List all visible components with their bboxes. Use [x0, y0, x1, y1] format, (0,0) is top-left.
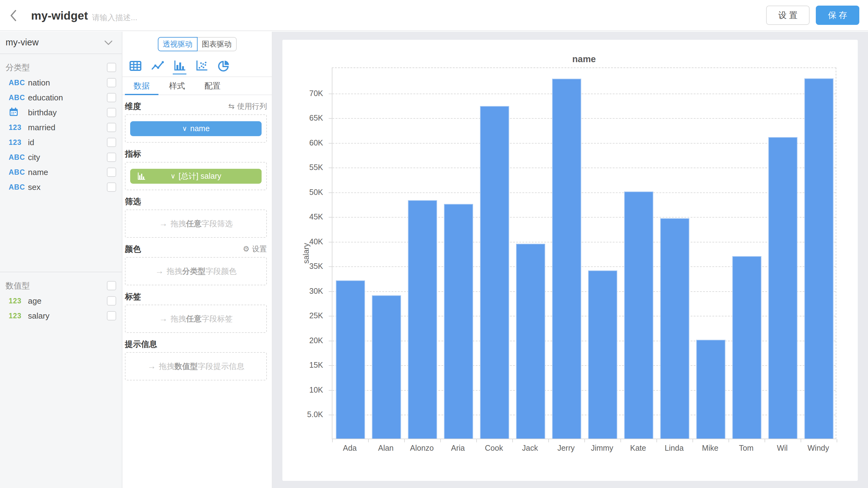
x-axis-tick	[440, 439, 441, 442]
field-checkbox[interactable]	[107, 153, 116, 162]
x-axis-tick	[512, 439, 513, 442]
y-tick-label: 10K	[309, 385, 323, 394]
dimension-pill[interactable]: ∨ name	[130, 121, 261, 136]
bar-Cook[interactable]	[480, 106, 509, 438]
metric-dropzone[interactable]: ∨ [总计] salary	[125, 162, 267, 190]
y-axis-tick	[329, 291, 332, 292]
x-axis-tick	[476, 439, 477, 442]
y-axis-tick	[329, 390, 332, 391]
bar-Linda[interactable]	[660, 218, 689, 438]
field-checkbox[interactable]	[107, 311, 116, 321]
numeric-field-icon: 123	[9, 312, 22, 320]
calendar-icon	[9, 107, 19, 118]
y-axis-tick	[329, 217, 332, 218]
y-tick-label: 25K	[309, 311, 323, 320]
description-input[interactable]: 请输入描述...	[92, 12, 137, 23]
color-dropzone[interactable]: → 拖拽分类型字段颜色	[125, 257, 267, 285]
field-item-salary[interactable]: 123salary	[0, 308, 122, 323]
metric-pill[interactable]: ∨ [总计] salary	[130, 169, 261, 184]
x-axis-tick	[656, 439, 657, 442]
chart-title: name	[332, 54, 836, 64]
x-tick-label: Windy	[807, 444, 829, 453]
field-checkbox[interactable]	[107, 123, 116, 132]
dimension-dropzone[interactable]: ∨ name	[125, 114, 267, 143]
tab-config[interactable]: 配置	[196, 77, 229, 94]
back-button[interactable]	[7, 9, 21, 22]
line-chart-icon[interactable]	[151, 58, 164, 74]
x-tick-label: Jimmy	[591, 444, 613, 453]
label-section-label: 标签	[125, 291, 267, 302]
gridline	[333, 192, 836, 193]
field-checkbox[interactable]	[107, 167, 116, 177]
color-section-label: 颜色	[125, 244, 243, 254]
field-checkbox[interactable]	[107, 93, 116, 102]
field-item-married[interactable]: 123married	[0, 120, 122, 135]
scatter-chart-icon[interactable]	[195, 58, 209, 74]
filter-dropzone[interactable]: → 拖拽任意字段筛选	[125, 210, 267, 238]
bar-Jimmy[interactable]	[588, 270, 617, 438]
settings-button[interactable]: 设 置	[766, 6, 810, 25]
field-checkbox[interactable]	[107, 296, 116, 306]
numeric-field-icon: 123	[9, 297, 22, 305]
field-checkbox[interactable]	[107, 182, 116, 192]
field-item-nation[interactable]: ABCnation	[0, 75, 122, 90]
field-item-city[interactable]: ABCcity	[0, 150, 122, 165]
bar-Jerry[interactable]	[552, 79, 581, 438]
bar-Wil[interactable]	[768, 137, 798, 438]
color-settings-link[interactable]: ⚙ 设置	[243, 244, 267, 254]
field-item-education[interactable]: ABCeducation	[0, 90, 122, 105]
tab-data[interactable]: 数据	[125, 77, 158, 94]
field-item-id[interactable]: 123id	[0, 135, 122, 150]
bar-Mike[interactable]	[696, 340, 725, 438]
bar-Alonzo[interactable]	[408, 200, 437, 438]
pie-chart-icon[interactable]	[217, 58, 230, 74]
group-checkbox[interactable]	[107, 281, 116, 290]
driver-mode-switch: 透视驱动 图表驱动	[158, 37, 237, 51]
save-button[interactable]: 保 存	[816, 6, 859, 25]
x-tick-label: Ada	[343, 444, 356, 453]
use-rowcol-link[interactable]: ⇆ 使用行列	[228, 101, 267, 111]
chevron-down-icon: ∨	[182, 125, 187, 133]
bar-Jack[interactable]	[516, 244, 545, 438]
dataset-name: my-view	[6, 37, 38, 48]
field-label: nation	[28, 78, 107, 88]
fields-sidebar: my-view 分类型ABCnationABCeducationbirthday…	[0, 32, 122, 488]
driver-tab-pivot[interactable]: 透视驱动	[158, 37, 197, 51]
field-item-name[interactable]: ABCname	[0, 165, 122, 180]
bar-Windy[interactable]	[804, 78, 834, 438]
sidebar-divider	[0, 272, 122, 272]
x-axis-tick	[692, 439, 693, 442]
x-tick-label: Jerry	[557, 444, 575, 453]
field-item-birthday[interactable]: birthday	[0, 105, 122, 120]
field-checkbox[interactable]	[107, 78, 116, 87]
tab-style[interactable]: 样式	[160, 77, 194, 94]
label-dropzone[interactable]: → 拖拽任意字段标签	[125, 305, 267, 333]
x-tick-label: Cook	[485, 444, 503, 453]
tooltip-dropzone[interactable]: → 拖拽数值型字段提示信息	[125, 352, 267, 380]
chevron-down-icon	[104, 40, 113, 47]
arrow-right-icon: →	[159, 219, 167, 228]
chart-card: name salary 5.0K10K15K20K25K30K35K40K45K…	[282, 40, 858, 481]
field-checkbox[interactable]	[107, 138, 116, 147]
driver-tab-chart[interactable]: 图表驱动	[197, 37, 237, 51]
bar-Ada[interactable]	[336, 280, 365, 438]
y-axis-tick	[329, 365, 332, 366]
group-checkbox[interactable]	[107, 63, 116, 72]
bar-Alan[interactable]	[372, 295, 401, 438]
dataset-selector[interactable]: my-view	[0, 32, 122, 54]
field-item-sex[interactable]: ABCsex	[0, 180, 122, 194]
tooltip-section-label: 提示信息	[125, 339, 267, 350]
field-checkbox[interactable]	[107, 108, 116, 117]
field-item-age[interactable]: 123age	[0, 294, 122, 308]
bar-Kate[interactable]	[624, 191, 653, 438]
x-tick-label: Aria	[451, 444, 465, 453]
table-chart-icon[interactable]	[129, 58, 142, 74]
y-axis-tick	[329, 118, 332, 119]
dimension-section-label: 维度	[125, 101, 228, 112]
y-axis-tick	[329, 415, 332, 415]
bar-Tom[interactable]	[732, 256, 762, 438]
arrow-right-icon: →	[148, 362, 156, 371]
bar-chart-icon[interactable]	[173, 58, 186, 74]
bar-Aria[interactable]	[444, 204, 473, 438]
filter-section-label: 筛选	[125, 196, 267, 207]
